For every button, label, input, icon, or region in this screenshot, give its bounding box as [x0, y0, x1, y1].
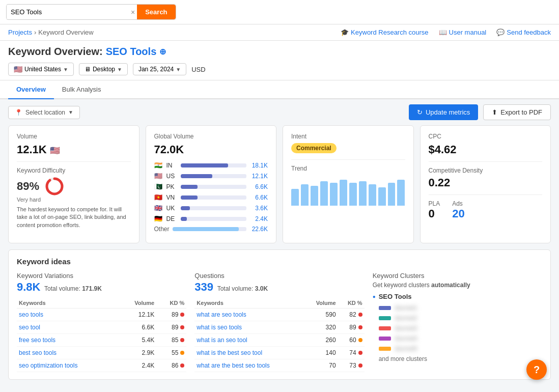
header-actions: 🎓 Keyword Research course 📖 User manual …: [341, 29, 551, 36]
clear-button[interactable]: ×: [129, 8, 137, 16]
location-label: Select location: [25, 109, 65, 116]
kw-link[interactable]: seo optimization tools: [19, 362, 77, 369]
q-kw-link[interactable]: what is an seo tool: [197, 337, 247, 344]
list-item: blurred2: [379, 315, 542, 322]
gv-country-code: IN: [166, 162, 178, 169]
kw-kd: 86: [156, 359, 186, 372]
kw-link[interactable]: seo tool: [19, 324, 40, 331]
table-row: what is an seo tool 260 60: [194, 334, 364, 347]
kw-volume: 12.1K: [118, 309, 157, 321]
global-volume-card: Global Volume 72.0K 🇮🇳 IN 18.1K 🇺🇸 US 12…: [146, 125, 277, 243]
clusters-title: Keyword Clusters: [373, 272, 542, 279]
trend-bar: [369, 184, 376, 206]
gv-flag-icon: 🇵🇰: [154, 183, 163, 190]
pla-ads-row: PLA 0 Ads 20: [429, 200, 543, 220]
trend-bar: [359, 181, 367, 206]
filter-row: 🇺🇸 United States ▼ 🖥 Desktop ▼ Jan 25, 2…: [0, 60, 559, 80]
var-kw-header: Keywords: [17, 298, 118, 309]
cluster-color-bar: [379, 347, 391, 351]
intent-label: Intent: [291, 133, 405, 140]
ki-title: Keyword ideas: [17, 257, 542, 266]
gv-row-value[interactable]: 6.6K: [249, 194, 268, 201]
kd-note: The hardest keyword to compete for. It w…: [17, 206, 131, 229]
gv-bar-wrap: [181, 174, 247, 178]
currency-label: USD: [191, 66, 205, 73]
feedback-link[interactable]: 💬 Send feedback: [496, 29, 551, 36]
update-metrics-button[interactable]: ↻ Update metrics: [409, 104, 478, 120]
gv-row-value[interactable]: 12.1K: [249, 173, 268, 180]
table-row: best seo tools 2.9K 55: [17, 347, 186, 359]
questions-count[interactable]: 339: [194, 281, 213, 293]
cluster-item-text: blurred2: [395, 315, 417, 322]
kw-kd: 89: [156, 321, 186, 334]
variations-total: Total volume: 171.9K: [44, 285, 102, 292]
date-filter[interactable]: Jan 25, 2024 ▼: [133, 63, 186, 75]
kw-link[interactable]: best seo tools: [19, 349, 57, 356]
search-button[interactable]: Search: [137, 5, 175, 19]
kw-link[interactable]: seo tools: [19, 311, 43, 318]
trend-bar: [330, 183, 338, 206]
variations-table: Keywords Volume KD % seo tools 12.1K 89 …: [17, 298, 186, 372]
manual-link[interactable]: 📖 User manual: [439, 29, 487, 36]
q-kd: 74: [338, 347, 365, 359]
variations-title: Keyword Variations: [17, 272, 186, 279]
gv-row-value[interactable]: 18.1K: [249, 162, 268, 169]
refresh-icon: ↻: [417, 108, 423, 116]
gv-bar-wrap: [181, 217, 247, 221]
trend-bar: [301, 184, 309, 206]
add-keyword-icon[interactable]: ⊕: [159, 47, 166, 57]
tab-overview[interactable]: Overview: [8, 80, 54, 99]
clusters-more: and more clusters: [379, 355, 542, 362]
course-link[interactable]: 🎓 Keyword Research course: [341, 29, 428, 36]
export-icon: ⬆: [492, 108, 497, 116]
title-keyword: SEO Tools: [106, 46, 157, 58]
q-kw-link[interactable]: what is seo tools: [197, 324, 242, 331]
gv-bar: [181, 195, 198, 200]
questions-table: Keywords Volume KD % what are seo tools …: [194, 298, 364, 372]
gv-country-code: UK: [166, 205, 178, 212]
q-kw-link[interactable]: what are the best seo tools: [197, 362, 269, 369]
table-row: what is the best seo tool 140 74: [194, 347, 364, 359]
gv-row-value[interactable]: 6.6K: [249, 183, 268, 190]
var-kd-header: KD %: [156, 298, 186, 309]
location-select[interactable]: 📍 Select location ▼: [8, 106, 80, 119]
gv-row: 🇻🇳 VN 6.6K: [154, 193, 268, 201]
list-item: blurred5: [379, 345, 542, 352]
tab-bulk-analysis[interactable]: Bulk Analysis: [54, 80, 109, 99]
export-pdf-button[interactable]: ⬆ Export to PDF: [483, 104, 551, 120]
search-wrap: × Search: [6, 4, 176, 20]
list-item: blurred4: [379, 335, 542, 342]
q-volume: 260: [304, 334, 338, 347]
device-filter[interactable]: 🖥 Desktop ▼: [79, 63, 128, 75]
cluster-item-text: blurred4: [395, 335, 417, 342]
gv-flag-icon: 🇩🇪: [154, 215, 163, 222]
title-row: Keyword Overview: SEO Tools ⊕: [0, 41, 559, 60]
kw-link[interactable]: free seo tools: [19, 337, 55, 344]
search-input[interactable]: [7, 5, 129, 19]
cluster-color-bar: [379, 316, 391, 320]
location-caret-icon: ▼: [68, 109, 73, 115]
clusters-auto-bold: automatically: [431, 282, 470, 289]
trend-bar: [388, 183, 396, 206]
gv-row: 🇵🇰 PK 6.6K: [154, 183, 268, 190]
gv-flag-icon: 🇺🇸: [154, 172, 163, 180]
gv-row-value[interactable]: 3.6K: [249, 205, 268, 212]
breadcrumb-sep: ›: [34, 29, 36, 36]
q-kw-link[interactable]: what are seo tools: [197, 311, 246, 318]
kw-volume: 6.6K: [118, 321, 157, 334]
cd-label: Competitive Density: [429, 167, 543, 174]
gv-row: 🇺🇸 US 12.1K: [154, 172, 268, 180]
kw-kd: 89: [156, 309, 186, 321]
q-volume: 70: [304, 359, 338, 372]
variations-count[interactable]: 9.8K: [17, 281, 40, 293]
gv-flag-icon: 🇮🇳: [154, 161, 163, 169]
kw-volume: 2.4K: [118, 359, 157, 372]
gv-row-value[interactable]: 2.4K: [249, 215, 268, 222]
q-kw-link[interactable]: what is the best seo tool: [197, 349, 262, 356]
cluster-item-text: blurred3: [395, 325, 417, 332]
breadcrumb-projects[interactable]: Projects: [8, 29, 32, 36]
q-volume: 140: [304, 347, 338, 359]
help-button[interactable]: ?: [526, 359, 547, 380]
tabs: Overview Bulk Analysis: [0, 80, 559, 99]
country-filter[interactable]: 🇺🇸 United States ▼: [8, 63, 74, 76]
